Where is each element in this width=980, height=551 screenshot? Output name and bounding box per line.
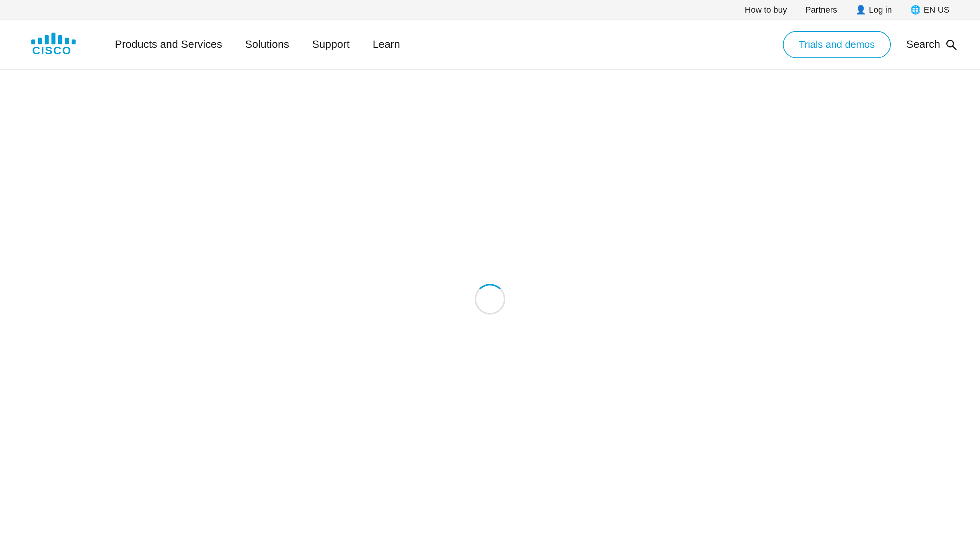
how-to-buy-link[interactable]: How to buy (745, 5, 787, 15)
trials-and-demos-button[interactable]: Trials and demos (783, 31, 891, 58)
search-label: Search (906, 38, 940, 51)
nav-link-support[interactable]: Support (312, 38, 350, 51)
svg-rect-0 (51, 33, 55, 44)
cisco-logo[interactable]: CISCO (23, 32, 84, 57)
loading-spinner (475, 284, 505, 315)
svg-rect-4 (58, 35, 62, 44)
svg-rect-1 (45, 35, 49, 44)
user-icon: 👤 (856, 5, 866, 15)
nav-link-products-and-services[interactable]: Products and Services (115, 38, 222, 51)
svg-text:CISCO: CISCO (32, 44, 72, 57)
svg-rect-2 (38, 37, 42, 44)
main-content (0, 70, 980, 529)
nav-link-solutions[interactable]: Solutions (245, 38, 289, 51)
top-utility-bar: How to buy Partners 👤 Log in 🌐 EN US (0, 0, 980, 20)
cisco-logo-svg: CISCO (23, 32, 84, 57)
svg-line-9 (953, 46, 956, 50)
nav-link-learn[interactable]: Learn (372, 38, 400, 51)
search-icon (945, 38, 957, 51)
globe-icon: 🌐 (910, 5, 921, 15)
loading-spinner-container (475, 284, 505, 315)
login-link[interactable]: 👤 Log in (856, 5, 892, 15)
partners-link[interactable]: Partners (805, 5, 837, 15)
nav-right: Trials and demos Search (783, 31, 957, 58)
svg-rect-3 (31, 39, 35, 44)
svg-rect-5 (65, 37, 69, 44)
svg-rect-6 (72, 39, 75, 44)
search-button[interactable]: Search (906, 38, 957, 51)
nav-links: Products and Services Solutions Support … (115, 38, 783, 51)
locale-link[interactable]: 🌐 EN US (910, 5, 949, 15)
main-navigation: CISCO Products and Services Solutions Su… (0, 20, 980, 70)
